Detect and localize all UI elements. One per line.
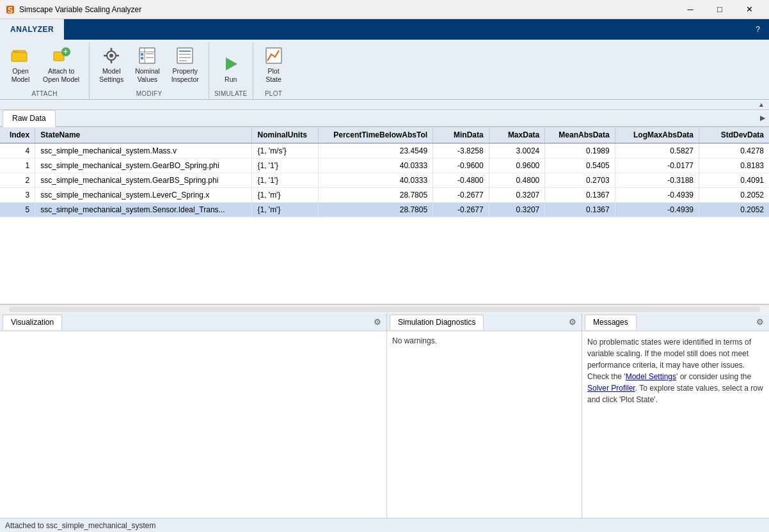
table-cell: -0.2677 — [433, 203, 489, 217]
svg-rect-22 — [179, 51, 191, 52]
messages-content: No problematic states were identified in… — [582, 331, 769, 518]
window-controls: ─ □ ✕ — [676, 0, 764, 19]
hscroll-track — [9, 307, 760, 312]
no-warnings-text: No warnings. — [392, 336, 437, 345]
col-header-index[interactable]: Index — [0, 127, 35, 143]
messages-tab[interactable]: Messages — [585, 315, 637, 330]
raw-data-tab[interactable]: Raw Data — [3, 110, 56, 127]
window-title: Simscape Variable Scaling Analyzer — [19, 5, 676, 14]
visualization-gear-icon[interactable]: ⚙ — [369, 317, 386, 327]
plot-state-button[interactable]: PlotState — [258, 42, 289, 86]
col-header-std[interactable]: StdDevData — [699, 127, 770, 143]
open-model-label: OpenModel — [12, 67, 30, 83]
visualization-panel: Visualization ⚙ — [0, 313, 387, 518]
help-button[interactable]: ? — [747, 19, 769, 40]
ribbon-tab-bar: ANALYZER ? — [0, 19, 769, 40]
table-cell: ssc_simple_mechanical_system.Mass.v — [35, 143, 252, 159]
svg-rect-20 — [146, 57, 154, 58]
maximize-button[interactable]: □ — [705, 0, 734, 19]
messages-panel: Messages ⚙ No problematic states were id… — [582, 313, 769, 518]
table-cell: 0.3207 — [489, 203, 545, 217]
ribbon-content: OpenModel + Attach toOpen Model ATTACH — [0, 40, 769, 100]
close-button[interactable]: ✕ — [734, 0, 764, 19]
table-cell: 0.8183 — [699, 159, 770, 173]
main-area: ▲ Raw Data ▶ Index StateName NominalUnit… — [0, 100, 769, 518]
horizontal-scrollbar[interactable] — [0, 304, 769, 313]
col-header-max[interactable]: MaxData — [489, 127, 545, 143]
col-header-pct[interactable]: PercentTimeBelowAbsTol — [318, 127, 432, 143]
table-cell: {1, 'm'} — [252, 203, 318, 217]
table-cell: 3 — [0, 188, 35, 203]
table-cell: 40.0333 — [318, 159, 432, 173]
plot-group-label: PLOT — [265, 89, 282, 99]
col-header-mean[interactable]: MeanAbsData — [545, 127, 615, 143]
attach-buttons: OpenModel + Attach toOpen Model — [5, 42, 84, 89]
svg-rect-23 — [179, 54, 191, 55]
table-cell: 0.5827 — [615, 143, 699, 159]
svg-rect-17 — [141, 53, 143, 56]
run-label: Run — [225, 75, 237, 84]
table-cell: 1 — [0, 159, 35, 173]
table-row[interactable]: 5ssc_simple_mechanical_system.Sensor.Ide… — [0, 203, 769, 217]
table-cell: {1, 'm'} — [252, 188, 318, 203]
property-inspector-icon — [175, 45, 195, 66]
table-row[interactable]: 3ssc_simple_mechanical_system.LeverC_Spr… — [0, 188, 769, 203]
table-cell: -0.9600 — [433, 159, 489, 173]
table-cell: 0.2052 — [699, 188, 770, 203]
table-cell: 28.7805 — [318, 203, 432, 217]
svg-rect-25 — [179, 60, 187, 61]
table-row[interactable]: 1ssc_simple_mechanical_system.GearBO_Spr… — [0, 159, 769, 173]
table-cell: {1, '1'} — [252, 173, 318, 188]
table-cell: 0.1367 — [545, 203, 615, 217]
table-cell: -0.4800 — [433, 173, 489, 188]
table-cell: 23.4549 — [318, 143, 432, 159]
col-header-statename[interactable]: StateName — [35, 127, 252, 143]
model-settings-button[interactable]: ModelSettings — [95, 42, 128, 86]
solver-profiler-link[interactable]: Solver Profiler — [587, 384, 635, 393]
open-model-button[interactable]: OpenModel — [5, 42, 36, 86]
table-cell: 0.1989 — [545, 143, 615, 159]
attach-to-open-model-button[interactable]: + Attach toOpen Model — [38, 42, 84, 86]
table-cell: 2 — [0, 173, 35, 188]
table-cell: -0.3188 — [615, 173, 699, 188]
plot-buttons: PlotState — [258, 42, 289, 89]
col-header-nominal[interactable]: NominalUnits — [252, 127, 318, 143]
property-inspector-button[interactable]: PropertyInspector — [167, 42, 203, 86]
nominal-values-label: NominalValues — [135, 67, 160, 83]
run-button[interactable]: Run — [216, 51, 246, 87]
minimize-button[interactable]: ─ — [676, 0, 705, 19]
modify-buttons: ModelSettings Nomin — [95, 42, 203, 89]
table-row[interactable]: 4ssc_simple_mechanical_system.Mass.v{1, … — [0, 143, 769, 159]
attach-label: Attach toOpen Model — [43, 67, 79, 83]
visualization-content — [0, 331, 386, 518]
svg-rect-4 — [13, 51, 18, 52]
table-cell: -3.8258 — [433, 143, 489, 159]
data-table-container[interactable]: Index StateName NominalUnits PercentTime… — [0, 127, 769, 304]
col-header-logmax[interactable]: LogMaxAbsData — [615, 127, 699, 143]
analyzer-tab[interactable]: ANALYZER — [0, 19, 64, 40]
diagnostics-panel: Simulation Diagnostics ⚙ No warnings. — [387, 313, 582, 518]
svg-rect-3 — [12, 52, 27, 61]
visualization-tab-bar: Visualization ⚙ — [0, 313, 386, 331]
diagnostics-tab[interactable]: Simulation Diagnostics — [390, 315, 484, 330]
status-text: Attached to ssc_simple_mechanical_system — [5, 521, 155, 530]
diagnostics-gear-icon[interactable]: ⚙ — [564, 317, 582, 327]
plot-group: PlotState PLOT — [253, 42, 294, 99]
messages-gear-icon[interactable]: ⚙ — [751, 317, 769, 327]
svg-rect-24 — [179, 57, 191, 58]
main-tab-bar: Raw Data ▶ — [0, 110, 769, 127]
svg-rect-18 — [141, 57, 143, 59]
property-inspector-label: PropertyInspector — [171, 67, 199, 83]
nominal-values-button[interactable]: NominalValues — [131, 42, 164, 86]
table-cell: ssc_simple_mechanical_system.GearBS_Spri… — [35, 173, 252, 188]
col-header-min[interactable]: MinData — [433, 127, 489, 143]
table-cell: -0.4939 — [615, 188, 699, 203]
visualization-tab[interactable]: Visualization — [3, 315, 62, 330]
table-row[interactable]: 2ssc_simple_mechanical_system.GearBS_Spr… — [0, 173, 769, 188]
tab-nav-arrow[interactable]: ▶ — [756, 111, 769, 125]
model-settings-link[interactable]: Model Settings — [626, 372, 676, 381]
open-model-icon — [10, 45, 31, 66]
simulate-group: Run SIMULATE — [209, 42, 253, 99]
collapse-arrow[interactable]: ▲ — [756, 100, 766, 110]
svg-rect-19 — [146, 53, 154, 54]
